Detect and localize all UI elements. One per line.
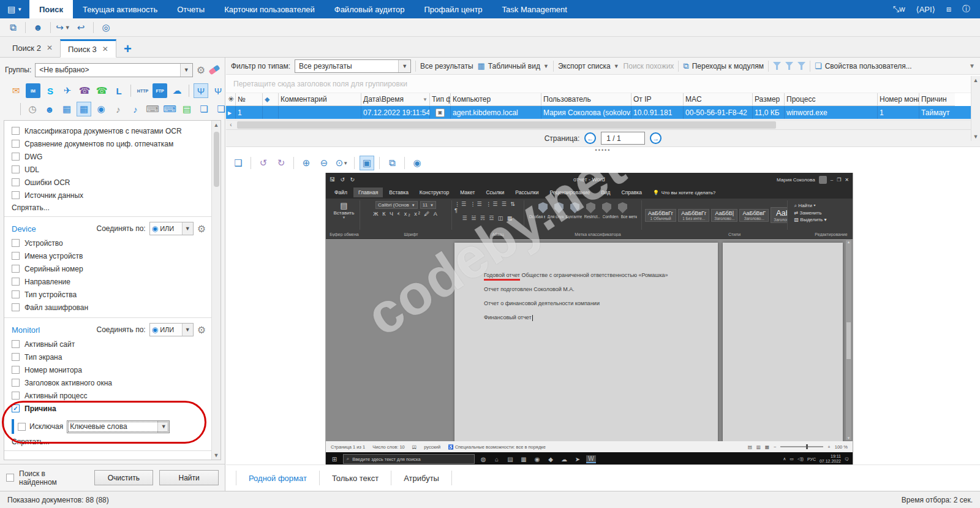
menu-item-reports[interactable]: Отчеты xyxy=(167,0,214,18)
checkbox[interactable] xyxy=(12,191,20,199)
filter-item[interactable]: Файл зашифрован xyxy=(7,301,208,314)
filter-item[interactable]: Устройство xyxy=(7,237,208,249)
find-button[interactable]: Найти xyxy=(159,470,219,485)
filter-item[interactable]: Тип устройства xyxy=(7,288,208,301)
filter-item[interactable]: DWG xyxy=(7,150,208,163)
app-menu-button[interactable]: ▤▼ xyxy=(0,0,29,18)
tag-icon[interactable]: ⬥ xyxy=(263,93,279,106)
toolbar-overflow-icon[interactable]: ▼ xyxy=(969,63,975,69)
monitor-section-title[interactable]: Monitorl xyxy=(12,325,40,335)
filter-user-icon[interactable] xyxy=(773,62,781,70)
checkbox[interactable] xyxy=(12,153,20,161)
filter-item[interactable]: Серийный номер xyxy=(7,262,208,275)
filter-data-icon[interactable] xyxy=(797,62,805,70)
tab-text-only[interactable]: Только текст xyxy=(320,471,391,485)
eraser-icon[interactable] xyxy=(208,65,220,75)
clear-button[interactable]: Очистить xyxy=(94,470,154,485)
filter-item[interactable]: Активный сайт xyxy=(7,338,208,351)
user-search-icon[interactable]: ☻ xyxy=(30,20,46,35)
cloud-icon[interactable]: ☁ xyxy=(170,83,184,98)
keyboard-icon[interactable]: ⌨ xyxy=(145,102,160,116)
next-page-button[interactable]: → xyxy=(650,132,662,144)
rotate-right-icon[interactable]: ↻ xyxy=(274,156,288,170)
groups-select[interactable]: <Не выбрано> ▼ xyxy=(35,63,192,77)
filter-item[interactable]: Ошибки OCR xyxy=(7,176,208,189)
api-icon[interactable]: ⟨API⟩ xyxy=(916,5,935,14)
hide-link[interactable]: Спрятать... xyxy=(7,436,208,447)
new-search-window-icon[interactable]: ⧉ xyxy=(5,20,21,35)
filter-item[interactable]: Номер монитора xyxy=(7,363,208,376)
menu-item-task-management[interactable]: Task Management xyxy=(492,0,577,18)
menu-item-file-auditor[interactable]: Файловый аудитор xyxy=(325,0,415,18)
filter-item[interactable]: Имена устройств xyxy=(7,249,208,262)
chevron-down-icon[interactable]: ▼ xyxy=(182,222,193,235)
col-monitor-number[interactable]: Номер мони xyxy=(878,93,919,106)
checkbox[interactable] xyxy=(12,140,20,148)
gear-icon[interactable]: ⚙ xyxy=(197,223,206,235)
tab-search-2[interactable]: Поиск 2✕ xyxy=(5,39,60,57)
usb-icon[interactable]: Ψ xyxy=(194,83,208,98)
sort-icon[interactable]: ▼ xyxy=(423,97,428,102)
whatsapp-icon[interactable]: ☎ xyxy=(94,83,109,98)
menu-item-search[interactable]: Поиск xyxy=(29,0,73,18)
close-icon[interactable]: ✕ xyxy=(102,45,108,53)
col-computer[interactable]: Компьютер xyxy=(451,93,541,106)
checkbox[interactable] xyxy=(12,340,20,348)
checkbox[interactable] xyxy=(12,178,20,186)
checkbox[interactable] xyxy=(12,239,20,247)
scroll-up-icon[interactable]: ▲ xyxy=(214,122,219,128)
filter-item[interactable]: Заголовок активного окна xyxy=(7,376,208,389)
splitter-handle[interactable] xyxy=(226,147,980,153)
join-by-select[interactable]: ◉ ИЛИ ▼ xyxy=(149,222,194,235)
http-icon[interactable]: HTTP xyxy=(135,83,150,98)
user-properties-button[interactable]: ❏Свойства пользователя... xyxy=(815,61,912,70)
webcam-icon[interactable]: ◉ xyxy=(94,102,108,116)
chevron-down-icon[interactable]: ▼ xyxy=(398,60,410,72)
filter-item[interactable]: Классификатора документов с печатами OCR xyxy=(7,124,208,137)
row-marker-header-icon[interactable]: ✳ xyxy=(226,93,236,106)
close-icon[interactable]: ✕ xyxy=(47,44,53,52)
im-icon[interactable]: IM xyxy=(26,83,40,98)
checkbox[interactable] xyxy=(12,303,20,311)
checkbox[interactable] xyxy=(12,127,20,135)
table-horizontal-scrollbar[interactable]: ‹ › xyxy=(226,120,980,130)
monitor-info-icon[interactable]: ▦ xyxy=(77,102,91,116)
col-size[interactable]: Размер xyxy=(753,93,785,106)
checkbox[interactable] xyxy=(12,265,20,273)
menu-item-user-cards[interactable]: Карточки пользователей xyxy=(214,0,325,18)
package-icon[interactable]: ⧈ xyxy=(946,4,951,14)
chevron-down-icon[interactable]: ▼ xyxy=(157,421,169,433)
gear-icon[interactable]: ⚙ xyxy=(197,64,205,76)
window-resize-icon[interactable]: ⤡w xyxy=(893,4,905,14)
filter-item[interactable]: Источник данных xyxy=(7,189,208,202)
col-number[interactable]: № xyxy=(236,93,263,106)
col-filetype[interactable]: Тип фа xyxy=(430,93,451,106)
id-search-icon[interactable]: ◎ xyxy=(98,20,114,35)
filter-computer-icon[interactable] xyxy=(785,62,793,70)
usb-search-icon[interactable]: Ψ xyxy=(211,83,225,98)
checkbox[interactable] xyxy=(12,165,20,173)
scroll-thumb[interactable] xyxy=(237,121,776,129)
col-from-ip[interactable]: От IP xyxy=(631,93,684,106)
page-input[interactable]: 1 / 1 xyxy=(601,132,645,145)
checkbox[interactable] xyxy=(12,278,20,286)
scroll-thumb[interactable] xyxy=(214,132,219,187)
checkbox[interactable] xyxy=(12,252,20,260)
keywords-select[interactable]: Ключевые слова ▼ xyxy=(67,420,170,433)
checkbox[interactable] xyxy=(6,474,14,482)
mail-icon[interactable]: ✉ xyxy=(9,83,23,98)
col-process[interactable]: Процесс xyxy=(785,93,878,106)
checkbox-checked[interactable] xyxy=(12,404,20,412)
microphone-info-icon[interactable]: ♪ xyxy=(128,102,143,116)
checkbox[interactable] xyxy=(12,290,20,298)
keyboard-info-icon[interactable]: ⌨ xyxy=(162,102,177,116)
filter-item[interactable]: Тип экрана xyxy=(7,351,208,363)
hide-link[interactable]: Спрятать... xyxy=(7,202,208,213)
save-image-icon[interactable]: ❑ xyxy=(231,156,246,170)
all-results-button[interactable]: Все результаты xyxy=(420,62,473,70)
filter-by-type-select[interactable]: Все результаты ▼ xyxy=(295,59,411,73)
chevron-down-icon[interactable]: ▼ xyxy=(182,324,193,336)
checkbox[interactable] xyxy=(18,423,26,431)
join-by-select[interactable]: ◉ ИЛИ ▼ xyxy=(149,323,194,336)
table-row-selected[interactable]: ▸ 1 07.12.2022 19:11:54 ▣ agent.kibdemo.… xyxy=(226,106,980,119)
